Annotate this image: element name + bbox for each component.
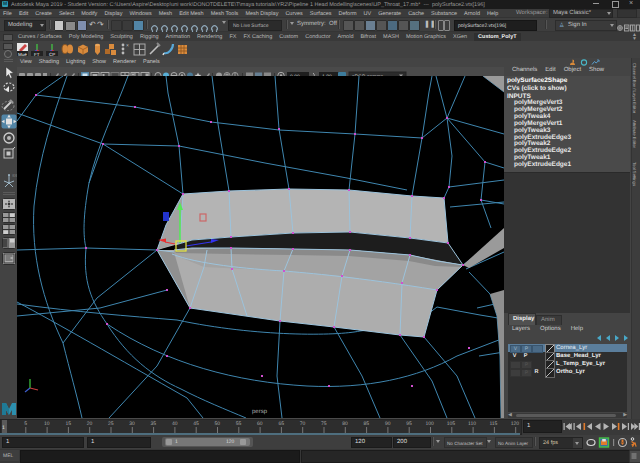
svg-text:45: 45 (193, 421, 199, 427)
svg-text:CP: CP (49, 52, 55, 57)
svg-text:40: 40 (172, 421, 178, 427)
svg-text:Mue: Mue (18, 52, 27, 57)
svg-text:120: 120 (511, 421, 520, 427)
svg-text:90: 90 (385, 421, 391, 427)
svg-text:100: 100 (426, 421, 435, 427)
svg-text:95: 95 (406, 421, 412, 427)
svg-text:persp: persp (252, 409, 268, 415)
svg-text:×: × (126, 43, 129, 49)
svg-text:60: 60 (257, 421, 263, 427)
svg-text:115: 115 (489, 421, 497, 427)
svg-text:35: 35 (151, 421, 157, 427)
svg-text:85: 85 (364, 421, 370, 427)
svg-text:55: 55 (236, 421, 242, 427)
svg-text:50: 50 (215, 421, 221, 427)
svg-text:FT: FT (34, 52, 40, 57)
svg-text:80: 80 (342, 421, 348, 427)
svg-text:110: 110 (468, 421, 476, 427)
svg-text:10: 10 (44, 421, 50, 427)
svg-text:5: 5 (24, 421, 27, 427)
svg-text:30: 30 (129, 421, 135, 427)
svg-text:65: 65 (278, 421, 284, 427)
svg-text:105: 105 (447, 421, 456, 427)
svg-text:70: 70 (300, 421, 306, 427)
svg-text:20: 20 (87, 421, 93, 427)
svg-text:75: 75 (321, 421, 327, 427)
svg-text:15: 15 (65, 421, 71, 427)
svg-text:25: 25 (108, 421, 114, 427)
